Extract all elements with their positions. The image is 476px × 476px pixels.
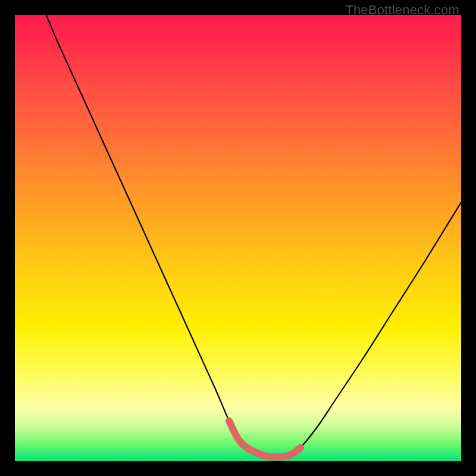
plot-area [15,15,461,461]
curve-layer [15,15,461,461]
flat-region-highlight [229,421,300,457]
bottleneck-curve [46,15,462,457]
chart-frame: TheBottleneck.com [0,0,476,476]
